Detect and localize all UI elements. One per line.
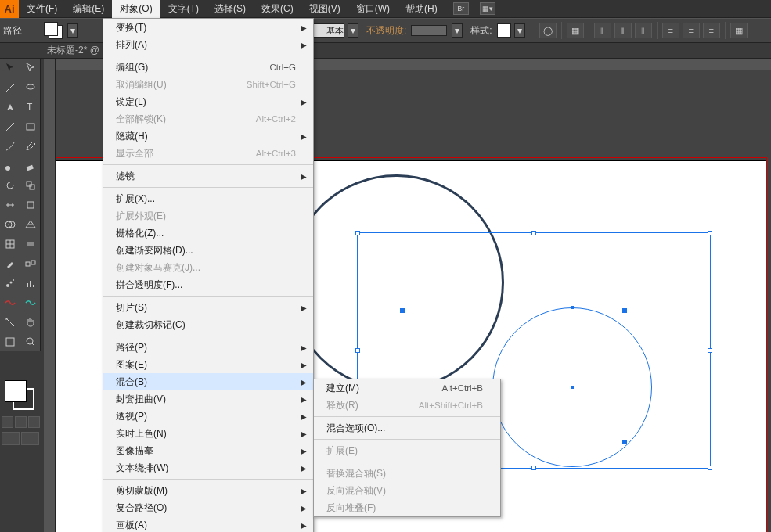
hand-tool-icon[interactable] (20, 313, 40, 332)
blob-brush-tool-icon[interactable] (0, 156, 20, 175)
color-mode-gradient-icon[interactable] (15, 416, 27, 428)
bridge-icon[interactable]: Br (453, 2, 469, 15)
menu-slice[interactable]: 切片(S)▶ (103, 299, 313, 316)
menu-blend[interactable]: 混合(B)▶ (103, 373, 313, 390)
fill-stroke-well[interactable] (5, 380, 36, 412)
menu-path[interactable]: 路径(P)▶ (103, 339, 313, 356)
menu-arrange[interactable]: 排列(A)▶ (103, 36, 313, 53)
fill-stroke-swatch[interactable] (44, 22, 64, 39)
align-panel-icon[interactable]: ▦ (567, 23, 584, 38)
menu-expand[interactable]: 扩展(X)... (103, 190, 313, 207)
blend-tool-icon[interactable] (20, 254, 40, 273)
stroke-profile-dropdown-icon[interactable]: ▾ (348, 23, 358, 38)
handle-se-icon[interactable] (708, 466, 712, 470)
document-tab[interactable]: 未标题-2* @ (47, 44, 99, 57)
zoom-tool-icon[interactable] (20, 332, 40, 351)
column-graph-tool-icon[interactable] (20, 274, 40, 293)
menu-lock[interactable]: 锁定(L)▶ (103, 93, 313, 110)
menu-group[interactable]: 编组(G)Ctrl+G (103, 59, 313, 76)
menu-object[interactable]: 对象(O) (112, 0, 160, 18)
width-tool-icon[interactable] (0, 196, 20, 214)
gradient-tool-icon[interactable] (20, 235, 40, 253)
handle-n-icon[interactable] (531, 231, 536, 235)
handle-e-icon[interactable] (708, 348, 712, 353)
slice-tool-icon[interactable] (20, 293, 40, 312)
align-top-icon[interactable]: ≡ (662, 23, 679, 38)
menu-compound-path[interactable]: 复合路径(O)▶ (103, 499, 313, 516)
magic-wand-tool-icon[interactable] (0, 78, 20, 97)
eyedropper-tool-icon[interactable] (0, 254, 20, 273)
transform-panel-icon[interactable]: ▦ (730, 23, 748, 38)
type-tool-icon[interactable]: T (20, 98, 40, 117)
menu-view[interactable]: 视图(V) (301, 0, 348, 18)
menu-clipping-mask[interactable]: 剪切蒙版(M)▶ (103, 482, 313, 499)
opacity-dropdown-icon[interactable]: ▾ (452, 23, 463, 38)
screen-mode-full-icon[interactable] (21, 432, 39, 445)
color-mode-none-icon[interactable] (28, 416, 40, 428)
handle-w-icon[interactable] (355, 348, 360, 353)
fill-swatch-icon[interactable] (44, 22, 58, 36)
direct-selection-tool-icon[interactable] (20, 59, 40, 77)
menu-rasterize[interactable]: 栅格化(Z)... (103, 225, 313, 242)
menu-image-trace[interactable]: 图像描摹▶ (103, 442, 313, 459)
menu-pattern[interactable]: 图案(E)▶ (103, 356, 313, 373)
rectangle-tool-icon[interactable] (20, 117, 40, 136)
anchor-top-icon[interactable] (571, 306, 574, 309)
align-mid-icon[interactable]: ≡ (683, 23, 700, 38)
menu-hide[interactable]: 隐藏(H)▶ (103, 128, 313, 145)
handle-nw-icon[interactable] (355, 231, 360, 235)
menu-help[interactable]: 帮助(H) (398, 0, 445, 18)
menu-text-wrap[interactable]: 文本绕排(W)▶ (103, 459, 313, 476)
lasso-tool-icon[interactable] (20, 78, 40, 97)
menu-transform[interactable]: 变换(T)▶ (103, 19, 313, 36)
arrange-docs-icon[interactable]: ▦▾ (480, 2, 495, 15)
color-mode-normal-icon[interactable] (2, 416, 13, 428)
rotate-tool-icon[interactable] (0, 176, 20, 195)
slice-tool-2-icon[interactable] (0, 313, 20, 332)
screen-mode-normal-icon[interactable] (2, 432, 20, 445)
menu-edit[interactable]: 编辑(E) (65, 0, 112, 18)
paintbrush-tool-icon[interactable] (0, 137, 20, 156)
menu-gradient-mesh[interactable]: 创建渐变网格(D)... (103, 242, 313, 259)
mesh-tool-icon[interactable] (0, 235, 20, 253)
menu-type[interactable]: 文字(T) (160, 0, 207, 18)
menu-window[interactable]: 窗口(W) (348, 0, 398, 18)
blend-make[interactable]: 建立(M)Alt+Ctrl+B (314, 379, 500, 397)
selection-tool-icon[interactable] (0, 59, 20, 77)
free-transform-tool-icon[interactable] (20, 196, 40, 214)
shape-circle-blue[interactable] (492, 307, 652, 467)
handle-ne-icon[interactable] (708, 231, 712, 235)
anchor-2-icon[interactable] (622, 308, 627, 313)
align-center-icon[interactable]: ⦀ (614, 23, 632, 38)
menu-live-paint[interactable]: 实时上色(N)▶ (103, 425, 313, 442)
swatch-dropdown-icon[interactable]: ▾ (67, 23, 78, 38)
scale-tool-icon[interactable] (20, 176, 40, 195)
handle-s-icon[interactable] (531, 466, 536, 470)
align-right-icon[interactable]: ⦀ (635, 23, 652, 38)
style-dropdown-icon[interactable]: ▾ (514, 23, 525, 38)
menu-artboards[interactable]: 画板(A)▶ (103, 516, 313, 532)
shape-builder-tool-icon[interactable] (0, 215, 20, 234)
menu-crop-marks[interactable]: 创建裁切标记(C) (103, 316, 313, 333)
ruler-vertical[interactable] (44, 59, 56, 532)
pen-tool-icon[interactable] (0, 98, 20, 117)
align-left-icon[interactable]: ⦀ (594, 23, 611, 38)
graphic-style-swatch[interactable] (497, 23, 511, 38)
recolor-icon[interactable]: ◯ (539, 23, 557, 38)
align-bottom-icon[interactable]: ≡ (703, 23, 720, 38)
artboard-tool-icon[interactable] (0, 293, 20, 312)
menu-filter[interactable]: 滤镜▶ (103, 167, 313, 185)
line-tool-icon[interactable] (0, 117, 20, 136)
menu-perspective[interactable]: 透视(P)▶ (103, 408, 313, 425)
menu-effect[interactable]: 效果(C) (254, 0, 301, 18)
menu-envelope[interactable]: 封套扭曲(V)▶ (103, 390, 313, 408)
center-point-icon[interactable] (571, 386, 574, 389)
perspective-grid-tool-icon[interactable] (20, 215, 40, 234)
menu-select[interactable]: 选择(S) (207, 0, 254, 18)
pencil-tool-icon[interactable] (20, 137, 40, 156)
anchor-1-icon[interactable] (400, 308, 405, 313)
print-tiling-tool-icon[interactable] (0, 332, 20, 351)
menu-flatten-transparency[interactable]: 拼合透明度(F)... (103, 276, 313, 293)
opacity-slider[interactable] (411, 25, 447, 36)
eraser-tool-icon[interactable] (20, 156, 40, 175)
